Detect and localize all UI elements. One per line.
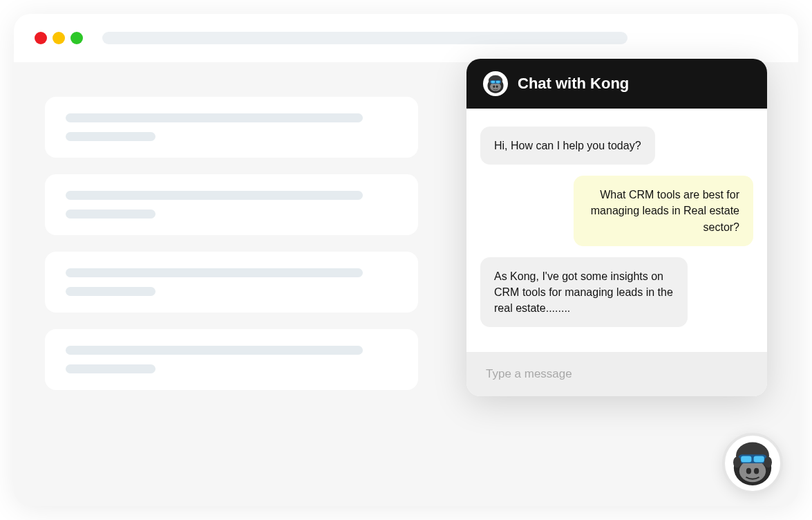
svg-rect-5 [491,81,495,84]
chat-panel: Chat with Kong Hi, How can I help you to… [466,59,767,396]
content-card [45,329,418,390]
placeholder-line [66,132,155,141]
gorilla-avatar-icon [483,71,508,96]
content-card [45,174,418,235]
placeholder-line [66,210,155,219]
browser-window: Chat with Kong Hi, How can I help you to… [14,14,798,506]
chat-title: Chat with Kong [518,75,629,93]
chat-message-bot: As Kong, I've got some insights on CRM t… [480,257,688,328]
chat-launcher-button[interactable] [722,433,783,494]
placeholder-line [66,364,155,373]
page-content: Chat with Kong Hi, How can I help you to… [14,62,798,441]
svg-point-7 [493,86,495,89]
url-bar[interactable] [102,32,627,44]
window-close-button[interactable] [35,32,47,44]
svg-point-17 [754,468,759,474]
placeholder-line [66,113,363,122]
chat-input-bar [466,352,767,396]
window-minimize-button[interactable] [53,32,65,44]
content-card [45,97,418,158]
svg-point-19 [764,456,772,467]
placeholder-line [66,191,363,200]
content-card [45,252,418,313]
svg-rect-15 [754,456,764,463]
chat-message-user: What CRM tools are best for managing lea… [574,176,753,246]
browser-titlebar [14,14,798,62]
window-maximize-button[interactable] [70,32,83,44]
svg-point-8 [496,86,498,89]
placeholder-line [66,346,363,355]
placeholder-line [66,268,363,277]
svg-rect-14 [741,456,751,463]
chat-message-bot: Hi, How can I help you today? [480,127,655,165]
svg-point-18 [733,456,741,467]
chat-message-input[interactable] [466,352,767,396]
chat-header: Chat with Kong [466,59,767,109]
svg-point-16 [746,468,751,474]
chat-message-list: Hi, How can I help you today? What CRM t… [466,109,767,352]
svg-rect-6 [496,81,500,84]
gorilla-avatar-icon [725,436,780,491]
placeholder-line [66,287,155,296]
